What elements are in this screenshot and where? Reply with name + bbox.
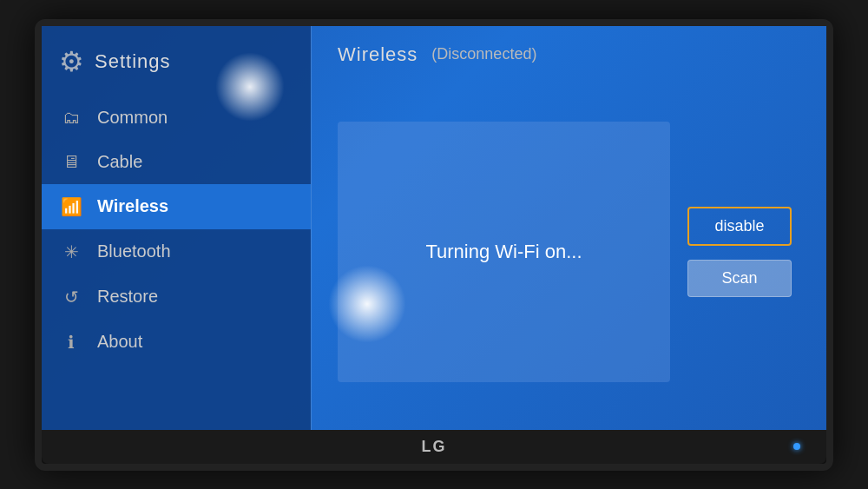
content-area: Turning Wi-Fi on... disable Scan	[338, 92, 800, 413]
sidebar-label-bluetooth: Bluetooth	[97, 241, 171, 261]
page-status: (Disconnected)	[431, 45, 536, 63]
sidebar-label-common: Common	[97, 108, 168, 128]
bluetooth-icon: ✳	[59, 241, 83, 262]
sidebar-label-wireless: Wireless	[97, 196, 168, 216]
sidebar-item-bluetooth[interactable]: ✳ Bluetooth	[42, 229, 311, 274]
tv-bottom: LG	[42, 430, 826, 464]
sidebar-item-cable[interactable]: 🖥 Cable	[42, 140, 311, 184]
page-header: Wireless (Disconnected)	[338, 43, 800, 75]
sidebar: ⚙ Settings 🗂 Common 🖥 Cable 📶 Wireless ✳	[42, 26, 311, 430]
led-light	[793, 443, 800, 450]
gear-icon: ⚙	[59, 45, 84, 78]
sidebar-label-restore: Restore	[97, 287, 158, 307]
page-title: Wireless	[338, 43, 418, 66]
scan-button[interactable]: Scan	[687, 260, 792, 297]
sidebar-label-about: About	[97, 332, 142, 352]
tv-screen: ⚙ Settings 🗂 Common 🖥 Cable 📶 Wireless ✳	[42, 26, 826, 430]
common-icon: 🗂	[59, 108, 83, 128]
lg-logo: LG	[422, 438, 447, 456]
restore-icon: ↺	[59, 287, 83, 307]
tv-frame: ⚙ Settings 🗂 Common 🖥 Cable 📶 Wireless ✳	[35, 19, 833, 471]
sidebar-items: 🗂 Common 🖥 Cable 📶 Wireless ✳ Bluetooth …	[42, 96, 311, 365]
cable-icon: 🖥	[59, 152, 83, 172]
wireless-icon: 📶	[59, 196, 83, 217]
sidebar-item-restore[interactable]: ↺ Restore	[42, 274, 311, 320]
sidebar-item-about[interactable]: ℹ About	[42, 320, 311, 365]
sidebar-label-cable: Cable	[97, 152, 142, 172]
main-content: Wireless (Disconnected) Turning Wi-Fi on…	[312, 26, 826, 430]
sidebar-item-common[interactable]: 🗂 Common	[42, 96, 311, 140]
button-panel: disable Scan	[687, 207, 792, 297]
sidebar-header: ⚙ Settings	[42, 35, 311, 96]
disable-button[interactable]: disable	[687, 207, 792, 246]
sidebar-title: Settings	[95, 50, 171, 73]
about-icon: ℹ	[59, 332, 83, 353]
wifi-panel: Turning Wi-Fi on...	[338, 122, 670, 382]
sidebar-item-wireless[interactable]: 📶 Wireless	[42, 184, 311, 229]
wifi-message: Turning Wi-Fi on...	[425, 241, 582, 263]
